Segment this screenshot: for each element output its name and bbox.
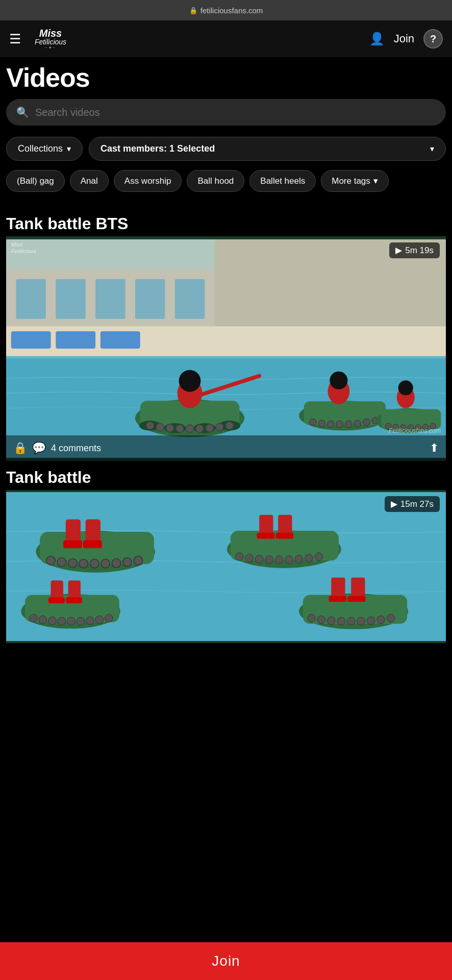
- svg-point-67: [134, 556, 143, 566]
- cast-label: Cast members: 1 Selected: [101, 143, 215, 154]
- video-thumb-2[interactable]: ▶ 15m 27s: [6, 490, 446, 643]
- tag-ballet-heels[interactable]: Ballet heels: [249, 170, 316, 192]
- svg-point-66: [123, 557, 132, 567]
- join-bar-button[interactable]: Join: [212, 953, 240, 969]
- tag-ball-gag[interactable]: (Ball) gag: [6, 170, 65, 192]
- watermark-line1: Miss: [11, 241, 36, 248]
- svg-rect-86: [66, 597, 82, 603]
- svg-point-90: [245, 554, 254, 562]
- browser-bar: 🔒 fetiliciousfans.com: [0, 0, 452, 20]
- svg-point-26: [206, 424, 214, 432]
- svg-rect-2: [16, 279, 45, 319]
- cast-chevron: ▾: [430, 144, 434, 154]
- svg-point-30: [179, 370, 201, 392]
- hamburger-menu[interactable]: ☰: [9, 31, 21, 47]
- svg-point-81: [95, 616, 104, 624]
- svg-point-76: [48, 617, 57, 625]
- svg-rect-85: [48, 597, 65, 603]
- svg-rect-12: [56, 331, 95, 349]
- svg-point-78: [67, 617, 76, 625]
- svg-point-89: [235, 553, 243, 561]
- svg-point-75: [39, 616, 47, 624]
- svg-point-109: [357, 617, 365, 625]
- svg-point-110: [367, 617, 375, 625]
- svg-point-74: [30, 614, 38, 622]
- svg-rect-70: [63, 540, 82, 548]
- svg-point-94: [285, 556, 293, 564]
- svg-rect-3: [56, 279, 85, 319]
- tag-anal[interactable]: Anal: [70, 170, 109, 192]
- collections-label: Collections: [18, 143, 63, 154]
- svg-point-37: [336, 421, 343, 428]
- svg-point-80: [86, 617, 94, 625]
- svg-point-34: [309, 419, 316, 426]
- svg-point-108: [347, 617, 355, 625]
- filter-row: Collections ▾ Cast members: 1 Selected ▾: [6, 137, 446, 161]
- svg-point-27: [216, 423, 224, 431]
- svg-point-62: [79, 559, 88, 568]
- help-button[interactable]: ?: [423, 29, 443, 48]
- svg-rect-101: [275, 533, 293, 539]
- join-bar[interactable]: Join: [0, 942, 452, 980]
- tag-ass-worship[interactable]: Ass worship: [114, 170, 182, 192]
- video-title-2: Tank battle: [6, 461, 446, 490]
- search-input[interactable]: [35, 107, 436, 118]
- video-section-2: Tank battle: [6, 461, 446, 643]
- watermark-line2: Fetilicious: [11, 248, 36, 255]
- play-icon-1: ▶: [395, 245, 402, 256]
- video-section-1: Tank battle BTS: [6, 207, 446, 461]
- share-icon-1[interactable]: ⬆: [430, 442, 439, 455]
- svg-point-77: [58, 617, 66, 625]
- page-title: Videos: [6, 57, 446, 99]
- svg-point-60: [57, 557, 66, 567]
- svg-point-104: [308, 614, 316, 622]
- tag-ball-hood[interactable]: Ball hood: [187, 170, 244, 192]
- person-icon[interactable]: 👤: [369, 32, 385, 46]
- svg-rect-6: [175, 279, 205, 319]
- more-tags-label: More tags: [332, 176, 370, 186]
- logo[interactable]: Miss Fetilicious ~✦~: [30, 26, 71, 52]
- collections-filter[interactable]: Collections ▾: [6, 137, 83, 161]
- duration-badge-2: ▶ 15m 27s: [385, 496, 440, 512]
- svg-point-39: [354, 420, 361, 427]
- more-tags-chevron: ▾: [373, 176, 378, 186]
- header-right: 👤 Join ?: [369, 29, 443, 48]
- logo-miss: Miss: [39, 28, 62, 38]
- duration-badge-1: ▶ 5m 19s: [389, 242, 440, 258]
- svg-point-38: [345, 421, 352, 428]
- svg-point-91: [255, 555, 263, 564]
- svg-point-96: [305, 554, 313, 562]
- svg-point-54: [398, 380, 413, 395]
- header-join-button[interactable]: Join: [394, 32, 414, 45]
- search-icon: 🔍: [16, 106, 29, 118]
- comments-count-1: 4 comments: [51, 443, 424, 454]
- tag-more-tags[interactable]: More tags ▾: [321, 170, 389, 192]
- search-bar[interactable]: 🔍: [6, 99, 446, 126]
- svg-point-93: [275, 556, 283, 564]
- svg-point-36: [327, 421, 334, 428]
- svg-point-64: [101, 559, 110, 568]
- thumb-svg-1: [6, 236, 446, 461]
- svg-point-79: [77, 617, 85, 625]
- cast-members-filter[interactable]: Cast members: 1 Selected ▾: [89, 137, 446, 161]
- svg-rect-115: [329, 596, 346, 602]
- thumb-watermark-1: Miss Fetilicious: [11, 241, 36, 255]
- svg-point-20: [146, 422, 154, 430]
- logo-decor: ~✦~: [45, 45, 56, 50]
- svg-rect-11: [11, 331, 51, 349]
- svg-point-95: [295, 555, 303, 564]
- svg-rect-100: [257, 533, 274, 539]
- video-thumb-1[interactable]: Miss Fetilicious ▶ 5m 19s Fetiliciousfan…: [6, 236, 446, 461]
- svg-point-59: [46, 556, 56, 566]
- svg-point-21: [156, 423, 164, 431]
- svg-point-22: [166, 424, 174, 432]
- svg-point-105: [317, 616, 325, 624]
- comment-icon-1: 💬: [32, 442, 46, 455]
- svg-point-28: [225, 422, 234, 430]
- svg-rect-98: [259, 515, 273, 536]
- header-left: ☰ Miss Fetilicious ~✦~: [9, 26, 71, 52]
- svg-point-107: [337, 617, 345, 625]
- svg-point-63: [90, 559, 99, 568]
- svg-rect-4: [95, 279, 125, 319]
- svg-point-92: [265, 556, 273, 564]
